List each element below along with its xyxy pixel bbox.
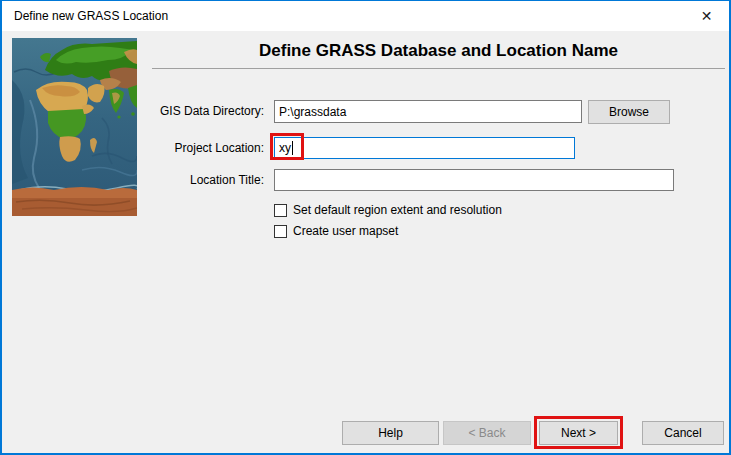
close-icon[interactable]: ✕ — [684, 1, 729, 31]
set-default-region-checkbox[interactable] — [274, 204, 287, 217]
page-title: Define GRASS Database and Location Name — [152, 41, 725, 61]
gis-data-directory-label: GIS Data Directory: — [122, 104, 264, 118]
create-user-mapset-checkbox-row[interactable]: Create user mapset — [274, 224, 398, 238]
help-button[interactable]: Help — [342, 421, 439, 445]
world-map-graphic — [12, 38, 137, 216]
text-caret — [292, 141, 293, 155]
back-button: < Back — [443, 421, 531, 445]
define-location-dialog: Define new GRASS Location ✕ — [0, 0, 731, 455]
project-location-input[interactable]: xy — [274, 137, 575, 159]
browse-button[interactable]: Browse — [588, 100, 670, 124]
world-map-image — [12, 38, 137, 216]
location-title-input[interactable] — [274, 169, 674, 191]
next-button[interactable]: Next > — [539, 421, 618, 445]
cancel-button[interactable]: Cancel — [642, 421, 724, 445]
title-bar: Define new GRASS Location ✕ — [2, 1, 729, 31]
project-location-value: xy — [279, 141, 291, 155]
gis-data-directory-input[interactable] — [274, 100, 582, 123]
location-title-label: Location Title: — [122, 173, 264, 187]
create-user-mapset-checkbox[interactable] — [274, 225, 287, 238]
header-separator — [152, 68, 725, 69]
project-location-label: Project Location: — [122, 141, 264, 155]
window-title: Define new GRASS Location — [14, 9, 168, 23]
create-user-mapset-label: Create user mapset — [293, 224, 398, 238]
set-default-region-checkbox-row[interactable]: Set default region extent and resolution — [274, 203, 502, 217]
set-default-region-label: Set default region extent and resolution — [293, 203, 502, 217]
